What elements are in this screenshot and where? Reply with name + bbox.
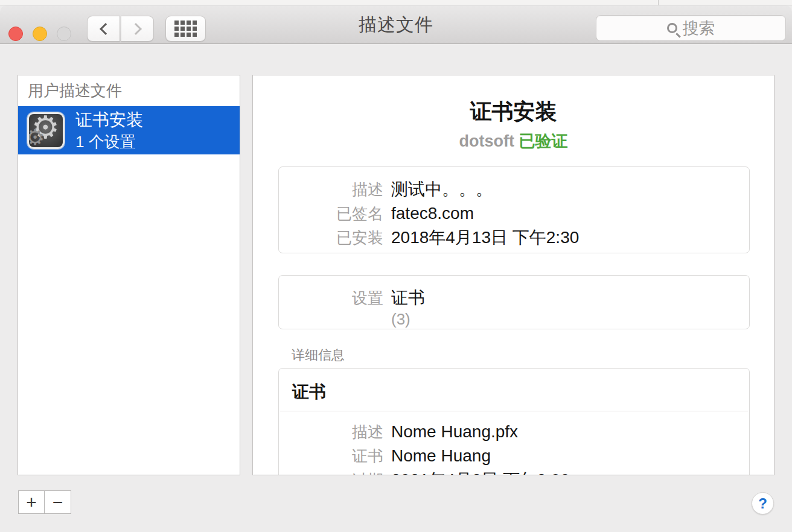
back-button[interactable]: [87, 16, 120, 42]
certificate-value: 2021年4月3日 下午8:00: [391, 468, 570, 475]
remove-profile-button[interactable]: −: [45, 490, 71, 514]
settings-row: 设置 证书: [279, 286, 749, 310]
settings-box: 设置 证书 (3): [278, 275, 750, 329]
certificate-box-title: 证书: [279, 376, 749, 411]
forward-button[interactable]: [121, 16, 154, 42]
certificate-row: 描述 Nome Huang.pfx: [279, 420, 749, 444]
info-value: fatec8.com: [391, 201, 474, 225]
certificate-label: 描述: [279, 420, 383, 444]
certificate-rows: 描述 Nome Huang.pfx 证书 Nome Huang 过期 2021年…: [279, 411, 749, 475]
profile-add-remove-controls: + −: [18, 490, 71, 514]
info-label: 已签名: [279, 202, 383, 226]
info-label: 已安装: [279, 226, 383, 250]
chevron-left-icon: [100, 23, 112, 35]
profile-info-box: 描述 测试中。。。 已签名 fatec8.com 已安装 2018年4月13日 …: [278, 166, 750, 253]
info-row: 已安装 2018年4月13日 下午2:30: [279, 226, 749, 250]
profiles-window: 描述文件 搜索 用户描述文件 ⚙⚙ 证书安装 1 个设置: [0, 5, 792, 532]
info-value: 测试中。。。: [391, 177, 493, 201]
chevron-right-icon: [130, 23, 142, 35]
search-icon: [667, 23, 677, 33]
certificate-value: Nome Huang: [391, 444, 491, 467]
title-bar: 描述文件 搜索: [0, 5, 792, 44]
show-all-button[interactable]: [165, 16, 206, 42]
gear-icon: ⚙⚙: [27, 112, 65, 149]
verified-badge: 已验证: [519, 132, 567, 150]
signer-name: dotsoft: [459, 132, 514, 150]
profiles-sidebar: 用户描述文件 ⚙⚙ 证书安装 1 个设置: [18, 75, 240, 475]
settings-count: (3): [391, 310, 749, 328]
certificate-value: Nome Huang.pfx: [391, 420, 518, 443]
details-section-label: 详细信息: [292, 346, 345, 364]
profile-detail-pane: 证书安装 dotsoft 已验证 描述 测试中。。。 已签名 fatec8.co…: [252, 75, 774, 475]
background-window-divider: [658, 0, 659, 5]
info-label: 描述: [279, 178, 383, 201]
info-value: 2018年4月13日 下午2:30: [391, 226, 579, 249]
grid-icon: [174, 21, 197, 37]
settings-label: 设置: [279, 287, 383, 310]
sidebar-header: 用户描述文件: [18, 75, 240, 106]
sidebar-item-text: 证书安装 1 个设置: [75, 109, 143, 152]
certificate-label: 证书: [279, 445, 383, 468]
search-input[interactable]: 搜索: [596, 15, 786, 41]
profile-title: 证书安装: [253, 97, 774, 127]
add-profile-button[interactable]: +: [18, 490, 45, 514]
background-window-edge: [0, 0, 792, 5]
info-row: 描述 测试中。。。: [279, 177, 749, 201]
certificate-details-box: 证书 描述 Nome Huang.pfx 证书 Nome Huang 过期 20…: [278, 368, 750, 475]
certificate-row: 过期 2021年4月3日 下午8:00: [279, 468, 749, 475]
settings-value: 证书: [391, 286, 425, 309]
sidebar-item-subtitle: 1 个设置: [75, 131, 143, 152]
search-placeholder: 搜索: [683, 17, 715, 39]
sidebar-item-title: 证书安装: [75, 109, 143, 131]
info-row: 已签名 fatec8.com: [279, 201, 749, 226]
profile-subtitle: dotsoft 已验证: [253, 130, 774, 152]
sidebar-item-certificate-profile[interactable]: ⚙⚙ 证书安装 1 个设置: [18, 106, 240, 154]
certificate-row: 证书 Nome Huang: [279, 444, 749, 468]
help-button[interactable]: ?: [752, 492, 774, 515]
certificate-label: 过期: [279, 469, 383, 475]
